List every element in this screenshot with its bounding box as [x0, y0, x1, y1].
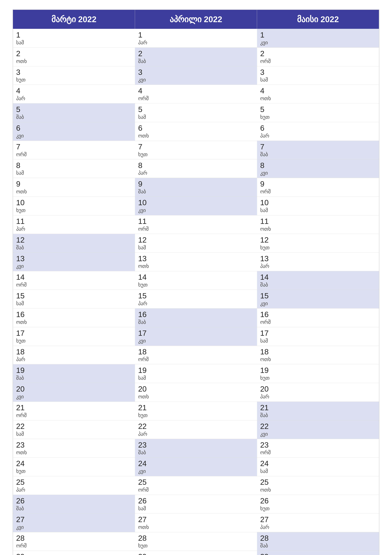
day-may-18: 18ოთხ — [257, 346, 379, 364]
day-number: 17 — [138, 329, 254, 337]
day-name: კვი — [16, 394, 132, 400]
day-number: 25 — [16, 478, 132, 487]
day-name: სამ — [260, 207, 376, 213]
day-name: ხუთ — [260, 114, 376, 120]
day-name: სამ — [16, 170, 132, 176]
day-number: 20 — [260, 385, 376, 393]
day-number: 28 — [138, 534, 254, 542]
day-name: ხუთ — [138, 151, 254, 157]
day-march-12: 12შაბ — [13, 234, 135, 253]
day-number: 28 — [260, 534, 376, 542]
day-may-13: 13პარ — [257, 253, 379, 271]
day-number: 26 — [16, 497, 132, 505]
day-number: 5 — [260, 105, 376, 114]
day-name: ხუთ — [260, 505, 376, 511]
month-header-may: მაისი 2022 — [257, 10, 379, 29]
day-april-23: 23შაბ — [135, 439, 257, 458]
day-number: 10 — [16, 198, 132, 207]
day-number: 11 — [138, 217, 254, 226]
day-number: 26 — [260, 497, 376, 505]
day-name: ხუთ — [16, 468, 132, 474]
day-name: შაბ — [138, 319, 254, 325]
day-number: 7 — [16, 143, 132, 151]
day-number: 24 — [16, 460, 132, 468]
day-number: 22 — [16, 422, 132, 431]
day-name: პარ — [138, 431, 254, 437]
day-name: ხუთ — [138, 412, 254, 418]
day-name: ორშ — [138, 487, 254, 493]
day-march-1: 1სამ — [13, 29, 135, 47]
day-april-15: 15პარ — [135, 290, 257, 308]
day-april-28: 28ხუთ — [135, 532, 257, 551]
day-may-28: 28შაბ — [257, 532, 379, 551]
day-name: პარ — [260, 263, 376, 269]
day-number: 29 — [260, 553, 376, 555]
day-number: 21 — [260, 404, 376, 412]
day-may-16: 16ორშ — [257, 308, 379, 327]
day-may-12: 12ხუთ — [257, 234, 379, 253]
day-name: სამ — [260, 468, 376, 474]
day-name: ორშ — [16, 282, 132, 288]
day-name: შაბ — [260, 543, 376, 549]
day-number: 23 — [138, 441, 254, 449]
day-name: ხუთ — [16, 338, 132, 344]
day-name: ხუთ — [138, 282, 254, 288]
day-name: ხუთ — [260, 375, 376, 381]
day-number: 1 — [138, 31, 254, 39]
day-april-3: 3კვი — [135, 66, 257, 85]
day-may-1: 1კვი — [257, 29, 379, 47]
day-number: 4 — [16, 87, 132, 95]
day-april-16: 16შაბ — [135, 308, 257, 327]
day-march-16: 16ოთხ — [13, 308, 135, 327]
day-april-8: 8პარ — [135, 159, 257, 178]
day-number: 27 — [16, 515, 132, 524]
day-number: 2 — [16, 50, 132, 58]
day-march-11: 11პარ — [13, 215, 135, 234]
day-april-22: 22პარ — [135, 420, 257, 439]
day-name: შაბ — [138, 449, 254, 455]
day-may-26: 26ხუთ — [257, 495, 379, 513]
day-number: 17 — [16, 329, 132, 337]
day-april-19: 19სამ — [135, 364, 257, 383]
day-name: ხუთ — [260, 245, 376, 251]
day-april-21: 21ხუთ — [135, 402, 257, 420]
day-number: 21 — [16, 404, 132, 412]
day-march-2: 2ოთხ — [13, 47, 135, 66]
day-name: პარ — [16, 95, 132, 102]
day-name: კვი — [16, 263, 132, 269]
day-march-7: 7ორშ — [13, 141, 135, 159]
day-number: 27 — [260, 515, 376, 524]
day-number: 20 — [138, 385, 254, 393]
day-number: 25 — [260, 478, 376, 487]
day-number: 6 — [16, 124, 132, 132]
day-number: 1 — [260, 31, 376, 39]
day-march-21: 21ორშ — [13, 402, 135, 420]
day-march-4: 4პარ — [13, 85, 135, 103]
day-number: 7 — [138, 143, 254, 151]
day-name: ოთხ — [16, 449, 132, 455]
day-number: 28 — [16, 534, 132, 542]
day-number: 23 — [16, 441, 132, 449]
day-number: 24 — [260, 460, 376, 468]
day-april-6: 6ოთხ — [135, 122, 257, 141]
day-number: 3 — [260, 68, 376, 77]
day-name: პარ — [260, 524, 376, 530]
day-number: 26 — [138, 497, 254, 505]
day-may-25: 25ოთხ — [257, 476, 379, 495]
day-name: შაბ — [260, 412, 376, 418]
day-number: 1 — [16, 31, 132, 39]
day-may-3: 3სამ — [257, 66, 379, 85]
day-name: სამ — [260, 77, 376, 83]
day-april-29: 29პარ — [135, 551, 257, 555]
day-name: ორშ — [16, 543, 132, 549]
day-number: 15 — [16, 292, 132, 300]
day-number: 6 — [138, 124, 254, 132]
day-number: 16 — [16, 310, 132, 319]
day-march-6: 6კვი — [13, 122, 135, 141]
day-may-23: 23ორშ — [257, 439, 379, 458]
day-may-5: 5ხუთ — [257, 103, 379, 122]
day-may-22: 22კვი — [257, 420, 379, 439]
day-number: 20 — [16, 385, 132, 393]
day-name: ოთხ — [138, 524, 254, 530]
day-number: 12 — [260, 236, 376, 244]
